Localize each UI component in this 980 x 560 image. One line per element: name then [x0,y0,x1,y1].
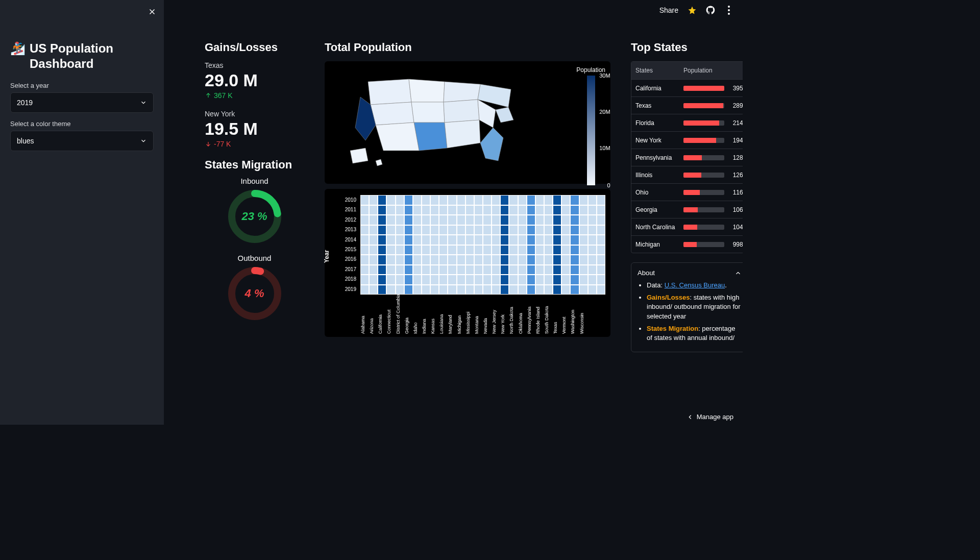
pop-cell: 19453 [724,137,743,144]
state-cell: New York [635,137,683,144]
heatmap[interactable]: Year 20102011201220132014201520162017201… [325,189,610,337]
top-states-table: States Population California 39512 Texas… [631,61,743,253]
chevron-down-icon [140,137,147,144]
map-legend: Population 30M 20M 10M 0 [576,66,605,187]
table-row[interactable]: New York 19453 [631,131,743,149]
emoji-icon: 🏂 [10,41,26,56]
arrow-down-icon [205,140,212,148]
pop-cell: 28995 [724,102,743,109]
pop-bar [683,225,724,230]
col-population: Population [683,67,724,74]
theme-value: blues [17,137,34,145]
legend-tick: 0 [607,182,610,188]
state-delta: 367 K [205,91,304,100]
pop-cell: 99868 [724,241,743,248]
inbound-label: Inbound [205,177,304,185]
year-value: 2019 [17,99,33,107]
close-sidebar-button[interactable] [148,7,157,18]
state-card: New York 19.5 M -77 K [205,110,304,148]
about-heading: About [638,269,655,277]
table-row[interactable]: Florida 21477 [631,114,743,131]
state-cell: Florida [635,119,683,127]
legend-tick: 10M [599,145,610,151]
us-map-svg [348,71,531,174]
table-row[interactable]: Texas 28995 [631,96,743,114]
about-item: Gains/Losses: states with high inbound/ … [647,293,742,321]
manage-app-button[interactable]: Manage app [687,413,733,421]
pop-cell: 11689 [724,189,743,196]
gains-heading: Gains/Losses [205,41,304,54]
title-text: US Population Dashboard [30,41,154,71]
table-row[interactable]: Michigan 99868 [631,235,743,253]
about-toggle[interactable]: About [638,269,742,277]
year-label: Select a year [10,82,154,89]
pop-bar [683,86,724,91]
pop-bar [683,173,724,178]
table-row[interactable]: Georgia 10617 [631,201,743,218]
about-expander: About Data: U.S. Census Bureau.Gains/Los… [631,262,743,352]
pop-bar [683,120,724,126]
heatmap-y-ticks: 2010201120122013201420152016201720182019 [343,195,356,294]
choropleth-map[interactable]: Population 30M 20M 10M 0 [325,61,610,184]
state-pop: 29.0 M [205,70,304,90]
chevron-left-icon [687,413,694,421]
pop-cell: 21477 [724,119,743,127]
col-total-pop: Total Population [325,41,610,415]
pop-bar [683,155,724,160]
col-states: States [635,67,683,74]
table-row[interactable]: California 39512 [631,79,743,96]
table-row[interactable]: Ohio 11689 [631,183,743,201]
state-cell: Illinois [635,172,683,179]
heatmap-ylabel: Year [323,250,330,263]
legend-tick: 20M [599,109,610,115]
top-states-heading: Top States [631,41,743,54]
sidebar: 🏂 US Population Dashboard Select a year … [0,0,164,425]
manage-app-label: Manage app [697,413,733,421]
about-item: States Migration: percentage of states w… [647,324,742,343]
heatmap-x-ticks: AlabamaArizonaCaliforniaConnecticutDistr… [360,294,605,334]
table-row[interactable]: Pennsylvania 12801 [631,149,743,166]
year-select[interactable]: 2019 [10,92,154,113]
state-cell: Texas [635,102,683,109]
theme-label: Select a color theme [10,120,154,128]
theme-select[interactable]: blues [10,131,154,151]
state-cell: Georgia [635,206,683,213]
pop-bar [683,242,724,247]
pop-bar [683,190,724,195]
chevron-up-icon [734,270,742,277]
arrow-up-icon [205,92,212,99]
pop-cell: 12801 [724,154,743,161]
pop-cell: 12671 [724,172,743,179]
state-cell: Ohio [635,189,683,196]
table-row[interactable]: North Carolina 10488 [631,218,743,235]
col-top-states: Top States States Population California … [631,41,743,415]
state-card: Texas 29.0 M 367 K [205,61,304,100]
state-delta: -77 K [205,140,304,148]
state-cell: Pennsylvania [635,154,683,161]
state-name: New York [205,110,304,118]
outbound-donut: 4 % [227,265,283,322]
pop-bar [683,207,724,212]
migration-heading: States Migration [205,158,304,172]
total-pop-heading: Total Population [325,41,610,54]
pop-bar [683,103,724,108]
state-pop: 19.5 M [205,119,304,139]
inbound-donut: 23 % [227,188,283,245]
about-item: Data: U.S. Census Bureau. [647,281,742,290]
page-title: 🏂 US Population Dashboard [10,41,154,71]
state-cell: Michigan [635,241,683,248]
pop-bar [683,138,724,143]
col-gains: Gains/Losses Texas 29.0 M 367 K New York… [205,41,304,415]
state-name: Texas [205,61,304,69]
pop-cell: 10617 [724,206,743,213]
state-cell: North Carolina [635,224,683,231]
state-cell: California [635,85,683,92]
outbound-label: Outbound [205,254,304,262]
pop-cell: 39512 [724,85,743,92]
legend-tick: 30M [599,72,610,79]
chevron-down-icon [140,99,147,106]
pop-cell: 10488 [724,224,743,231]
table-row[interactable]: Illinois 12671 [631,166,743,183]
about-link[interactable]: U.S. Census Bureau [665,281,725,289]
